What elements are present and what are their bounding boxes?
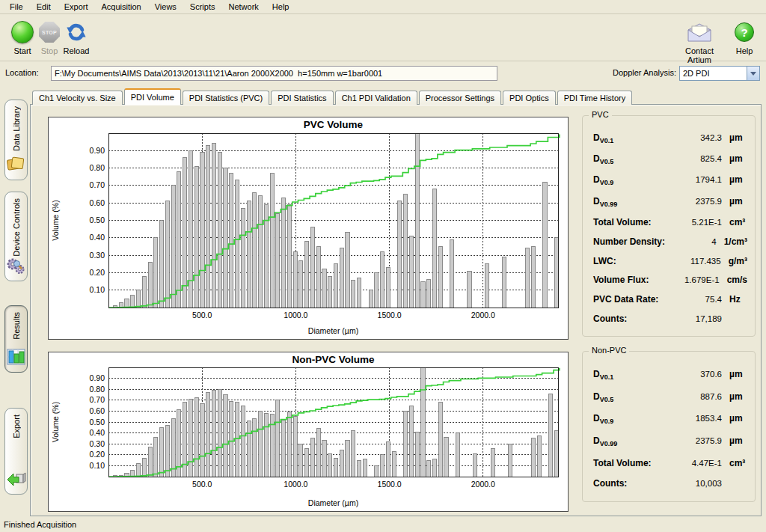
stat-row: Total Volume:5.21E-1cm³ [593, 217, 747, 227]
tab-pdi-optics[interactable]: PDI Optics [503, 91, 556, 105]
pvc-stats-title: PVC [589, 110, 612, 119]
svg-text:2000.0: 2000.0 [471, 480, 495, 489]
menu-item-network[interactable]: Network [221, 1, 265, 13]
tab-pdi-statistics[interactable]: PDI Statistics [271, 91, 333, 105]
stat-label: Total Volume: [593, 217, 675, 227]
svg-text:0.70: 0.70 [90, 395, 105, 404]
nonpvc-stats-title: Non-PVC [589, 346, 629, 355]
stat-value: 117.435 [675, 257, 721, 266]
stat-value: 4 [672, 237, 716, 246]
stat-row: Counts:17,189 [593, 314, 747, 324]
svg-text:0.30: 0.30 [90, 251, 105, 260]
sidebar-item-device-controls[interactable]: Device Controls [4, 192, 28, 281]
menu-item-acquisition[interactable]: Acquisition [95, 1, 148, 13]
stat-value: 342.3 [675, 133, 722, 142]
svg-text:0.50: 0.50 [90, 418, 105, 426]
tab-pdi-time-history[interactable]: PDI Time History [557, 91, 633, 105]
stat-row: DV0.992375.9µm [593, 435, 747, 447]
sidebar-item-data-library[interactable]: Data Library [4, 100, 28, 180]
sidebar-item-label: Device Controls [12, 198, 21, 257]
stat-unit: cm/s [727, 275, 747, 285]
results-chart-icon [6, 348, 26, 367]
svg-text:0.80: 0.80 [90, 385, 105, 394]
menu-item-file[interactable]: File [3, 1, 30, 13]
stat-value: 1853.4 [675, 414, 722, 423]
stat-unit: cm³ [729, 458, 745, 468]
svg-text:Diameter (µm): Diameter (µm) [308, 326, 358, 335]
reload-button[interactable]: Reload [55, 19, 97, 55]
stat-value: 1.679E-1 [674, 275, 720, 284]
nonpvc-volume-chart: 0.100.200.300.400.500.600.700.800.90500.… [48, 352, 569, 512]
export-arrow-icon [6, 470, 26, 489]
svg-text:Diameter (µm): Diameter (µm) [308, 498, 358, 507]
stat-unit: µm [729, 391, 743, 402]
stat-row: PVC Data Rate:75.4Hz [593, 294, 747, 305]
svg-text:Volume (%): Volume (%) [51, 402, 60, 442]
svg-text:0.80: 0.80 [90, 163, 105, 172]
sidebar-item-label: Export [12, 415, 21, 438]
contact-artium-button[interactable]: Contact Artium [673, 19, 726, 64]
svg-text:1000.0: 1000.0 [284, 311, 307, 319]
stat-row: Volume Flux:1.679E-1cm/s [593, 275, 747, 285]
svg-text:0.50: 0.50 [90, 215, 105, 224]
stat-value: 1794.1 [675, 175, 722, 184]
stat-label: DV0.5 [593, 153, 675, 165]
doppler-analysis-label: Doppler Analysis: [595, 68, 676, 77]
pvc-stats-panel: PVC DV0.1342.3µmDV0.5825.4µmDV0.91794.1µ… [582, 115, 756, 337]
stat-label: PVC Data Rate: [593, 294, 675, 305]
sidebar-item-label: Results [12, 312, 21, 340]
stat-label: Counts: [593, 314, 675, 324]
pvc-volume-chart: 0.100.200.300.400.500.600.700.800.90500.… [48, 117, 569, 340]
tab-ch1-velocity-vs-size[interactable]: Ch1 Velocity vs. Size [32, 91, 123, 105]
stat-label: DV0.1 [593, 132, 675, 144]
tab-processor-settings[interactable]: Processor Settings [419, 91, 501, 105]
stat-row: Counts:10,003 [593, 478, 747, 489]
envelope-icon [673, 19, 726, 45]
menu-item-views[interactable]: Views [148, 1, 183, 13]
stat-label: Total Volume: [593, 458, 675, 468]
help-button[interactable]: ? Help [729, 19, 759, 55]
menu-bar: FileEditExportAcquisitionViewsScriptsNet… [0, 0, 766, 14]
svg-text:0.70: 0.70 [90, 180, 105, 189]
help-icon: ? [735, 22, 754, 42]
contact-artium-label: Contact Artium [673, 46, 726, 64]
svg-text:0.10: 0.10 [90, 285, 105, 294]
svg-text:0.40: 0.40 [90, 233, 105, 242]
tab-ch1-pdi-validation[interactable]: Ch1 PDI Validation [335, 91, 417, 105]
folders-icon [6, 154, 26, 175]
tab-pdi-statistics-pvc[interactable]: PDI Statistics (PVC) [183, 91, 269, 105]
gears-icon [6, 257, 26, 278]
stat-unit: µm [729, 369, 743, 379]
chevron-down-icon[interactable] [747, 67, 759, 80]
sidebar-item-label: Data Library [12, 106, 21, 151]
svg-text:PVC Volume: PVC Volume [304, 119, 364, 130]
location-input[interactable] [51, 66, 497, 81]
sidebar-item-export[interactable]: Export [4, 408, 28, 495]
stat-label: DV0.99 [593, 196, 675, 208]
svg-text:Non-PVC Volume: Non-PVC Volume [292, 354, 374, 365]
doppler-analysis-select[interactable]: 2D PDI [679, 66, 760, 81]
menu-item-export[interactable]: Export [58, 1, 95, 13]
stat-row: DV0.5887.6µm [593, 391, 747, 403]
stat-unit: g/m³ [729, 256, 747, 266]
results-content: 0.100.200.300.400.500.600.700.800.90500.… [30, 104, 762, 516]
svg-text:1500.0: 1500.0 [378, 480, 402, 489]
stat-row: DV0.91853.4µm [593, 413, 747, 425]
stat-value: 10,003 [675, 479, 722, 488]
location-label: Location: [5, 68, 39, 77]
svg-text:0.20: 0.20 [90, 268, 105, 277]
location-row: Location: Doppler Analysis: 2D PDI [0, 63, 766, 84]
stat-row: DV0.91794.1µm [593, 174, 747, 186]
reload-icon [55, 19, 97, 45]
svg-text:0.60: 0.60 [90, 198, 105, 207]
stat-value: 17,189 [675, 314, 722, 323]
tab-pdi-volume[interactable]: PDI Volume [124, 88, 181, 105]
stat-row: DV0.5825.4µm [593, 153, 747, 165]
menu-item-edit[interactable]: Edit [30, 1, 58, 13]
sidebar-item-results[interactable]: Results [4, 305, 28, 373]
stat-unit: Hz [729, 294, 741, 305]
svg-text:1000.0: 1000.0 [284, 480, 307, 489]
menu-item-scripts[interactable]: Scripts [183, 1, 222, 13]
stat-unit: 1/cm³ [724, 236, 747, 247]
menu-item-help[interactable]: Help [266, 1, 296, 13]
